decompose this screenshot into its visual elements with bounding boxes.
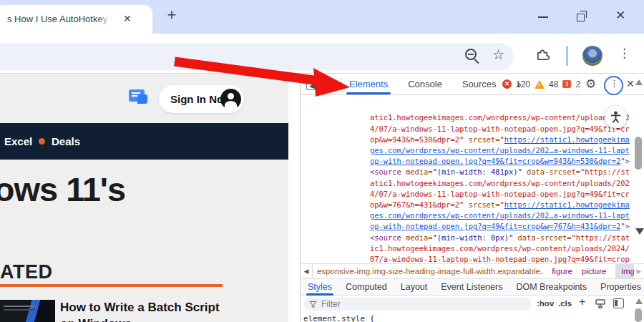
code-line: op&w=767&h=431&dpr=2" srcset="https://st… <box>370 200 633 210</box>
devtools-tab-sources[interactable]: Sources <box>461 74 498 94</box>
code-line: atic1.howtogeekimages.com/wordpress/wp-c… <box>370 178 633 189</box>
site-nav-bar: Excel Deals <box>0 123 288 160</box>
devtools-tab-console[interactable]: Console <box>406 74 444 94</box>
breadcrumb-item[interactable]: img <box>615 264 634 278</box>
devtools-breadcrumb-bar: ◀ esponsive-img.img-size-heading-image-f… <box>301 263 644 279</box>
tab-close-icon[interactable]: ✕ <box>123 13 132 24</box>
extensions-puzzle-icon[interactable] <box>535 47 550 65</box>
styles-tab-properties[interactable]: Properties <box>600 279 642 295</box>
error-icon[interactable]: ✕ <box>502 79 512 89</box>
code-token: media= <box>406 233 433 242</box>
styles-filter-row: Filter :hov .cls + <box>301 296 644 313</box>
code-line: op-with-notepad-open.jpg?q=49&fit=crop&w… <box>370 221 633 232</box>
browser-window: s How I Use AutoHotkey to ✕ + ✕ ☆ ⋮ Sign… <box>0 0 644 322</box>
code-token: srcset= <box>469 200 500 209</box>
devtools-settings-gear-icon[interactable]: ⚙ <box>585 77 596 92</box>
related-article-thumbnail[interactable] <box>0 300 55 322</box>
code-token: ic1.howtogeekimages.com/wordpress/wp-con… <box>370 244 630 253</box>
new-style-rule-button[interactable]: + <box>579 296 585 308</box>
devtools-panel: ElementsConsoleSources» ✕ 120 48 ! 2 ⚙ ⋮… <box>300 74 644 322</box>
devtools-tab-elements[interactable]: Elements <box>348 74 389 94</box>
computed-sidebar-toggle-icon[interactable] <box>613 298 624 308</box>
nav-item-excel[interactable]: Excel <box>4 135 32 147</box>
new-tab-button[interactable]: + <box>163 6 180 24</box>
zoom-out-icon[interactable] <box>465 49 477 60</box>
devtools-close-icon[interactable]: ✕ <box>626 78 635 89</box>
window-restore-button[interactable] <box>577 11 586 21</box>
devtools-menu-icon[interactable]: ⋮ <box>610 78 619 89</box>
code-token: > <box>625 222 630 230</box>
breadcrumb-item[interactable]: figure <box>552 267 572 275</box>
styles-tab-event-listeners[interactable]: Event Listeners <box>440 279 503 295</box>
breadcrumb-item[interactable]: esponsive-img.img-size-heading-image-ful… <box>317 267 542 275</box>
accessibility-person-icon <box>610 111 621 123</box>
styles-scrollbar-thumb[interactable] <box>635 308 642 322</box>
code-line: <source media="(min-width: 481px)" data-… <box>370 167 633 177</box>
code-token: 07/a-windows-11-laptop-with-notepad-open… <box>370 255 630 263</box>
code-line: 07/a-windows-11-laptop-with-notepad-open… <box>370 254 633 263</box>
nav-item-deals[interactable]: Deals <box>52 135 80 147</box>
filter-funnel-icon <box>309 301 317 308</box>
code-token: data-srcset= <box>517 233 571 242</box>
breadcrumb-left-arrow-icon[interactable]: ◀ <box>301 264 313 278</box>
profile-highlight-divider <box>566 46 568 66</box>
styles-tab-computed[interactable]: Computed <box>345 279 388 295</box>
code-link[interactable]: op-with-notepad-open.jpg?q=49&fit=crop&w… <box>370 222 620 230</box>
bookmark-star-icon[interactable]: ☆ <box>492 47 504 63</box>
inspect-element-icon[interactable] <box>306 79 317 90</box>
rendering-emulation-icon[interactable] <box>595 298 605 311</box>
related-article-title[interactable]: How to Write a Batch Script on Windows <box>60 299 275 322</box>
profile-avatar[interactable] <box>582 46 602 66</box>
element-classes-button[interactable]: .cls <box>558 299 572 308</box>
code-token: <source <box>370 233 401 242</box>
breadcrumb-item[interactable]: picture <box>582 267 607 275</box>
code-token: "https://stat <box>572 233 630 242</box>
sign-in-button[interactable]: Sign In Now <box>159 85 244 113</box>
code-token: "(min-width: 0px)" <box>433 233 514 242</box>
styles-filter-input[interactable]: Filter <box>303 298 531 311</box>
code-line: ges.com/wordpress/wp-content/uploads/202… <box>370 145 633 156</box>
code-token: > <box>625 157 630 165</box>
styles-tab-styles[interactable]: Styles <box>307 279 333 295</box>
window-close-button[interactable]: ✕ <box>615 8 625 23</box>
code-scrollbar-thumb[interactable] <box>635 137 642 170</box>
accessibility-widget-button[interactable] <box>605 106 627 128</box>
code-line: <source media="(min-width: 0px)" data-sr… <box>370 233 633 243</box>
browser-tab[interactable]: s How I Use AutoHotkey to ✕ <box>0 5 152 34</box>
code-link[interactable]: ges.com/wordpress/wp-content/uploads/202… <box>370 146 630 155</box>
browser-menu-icon[interactable]: ⋮ <box>618 46 630 61</box>
element-style-rule[interactable]: element.style { <box>303 314 374 322</box>
breadcrumb: esponsive-img.img-size-heading-image-ful… <box>313 264 634 278</box>
warning-count: 48 <box>549 79 558 89</box>
devtools-code-scrollbar[interactable] <box>633 95 644 263</box>
code-link[interactable]: op-with-notepad-open.jpg?q=49&fit=crop&w… <box>370 157 620 165</box>
code-token: "(min-width: 481px)" <box>433 167 522 176</box>
issues-icon[interactable]: ! <box>562 80 571 88</box>
styles-tab-layout[interactable]: Layout <box>400 279 429 295</box>
breadcrumb-right-arrow-icon[interactable]: ▶ <box>634 264 644 278</box>
code-line: atic1.howtogeekimages.com/wordpress/wp-c… <box>370 112 633 123</box>
code-scrollbar-up-arrow[interactable] <box>635 79 643 85</box>
address-bar[interactable] <box>0 43 514 70</box>
code-line: 4/07/a-windows-11-laptop-with-notepad-op… <box>370 189 633 200</box>
code-link[interactable]: ges.com/wordpress/wp-content/uploads/202… <box>370 211 630 220</box>
code-link[interactable]: https://static1.howtogeekima <box>504 200 630 209</box>
styles-tab-dom-breakpoints[interactable]: DOM Breakpoints <box>515 279 587 295</box>
window-minimize-button[interactable] <box>538 16 548 18</box>
nav-separator-dot <box>39 138 45 145</box>
toggle-element-state-button[interactable]: :hov <box>537 299 554 308</box>
styles-scrollbar-up-arrow[interactable] <box>635 298 643 304</box>
devtools-dom-tree[interactable]: atic1.howtogeekimages.com/wordpress/wp-c… <box>301 95 633 263</box>
code-scrollbar-down-arrow[interactable] <box>635 228 644 235</box>
styles-pane-tab-bar: StylesComputedLayoutEvent ListenersDOM B… <box>301 279 644 296</box>
devtools-badges: ✕ 120 48 ! 2 <box>502 74 580 94</box>
code-link[interactable]: https://static1.howtogeekima <box>504 135 630 144</box>
webpage-viewport: Sign In Now Excel Deals dows 11's ATED H… <box>0 74 288 322</box>
comments-icon[interactable] <box>129 89 145 102</box>
warning-icon[interactable] <box>535 80 545 89</box>
code-line: 4/07/a-windows-11-laptop-with-notepad-op… <box>370 124 633 135</box>
device-toolbar-icon[interactable] <box>325 80 335 90</box>
related-section-heading: ATED <box>0 261 53 283</box>
code-token: data-srcset= <box>527 167 580 176</box>
code-line: ic1.howtogeekimages.com/wordpress/wp-con… <box>370 243 633 254</box>
